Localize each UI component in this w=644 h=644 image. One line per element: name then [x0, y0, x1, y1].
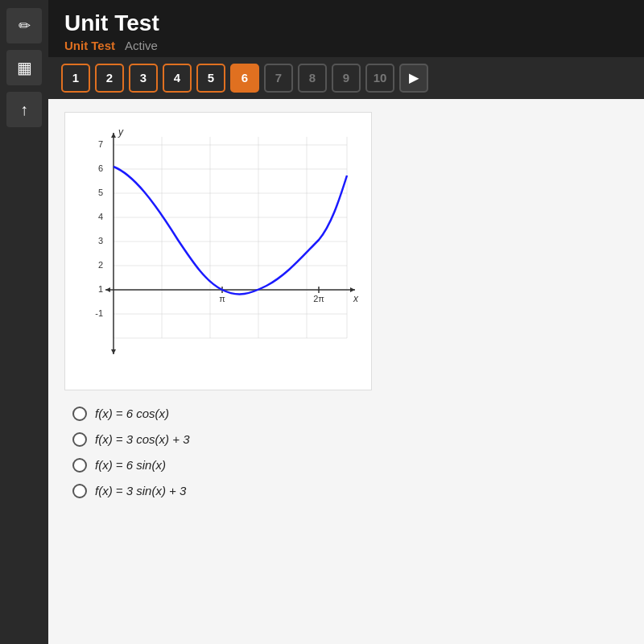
pencil-icon: ✏	[19, 17, 31, 35]
question-bar: 1 2 3 4 5 6 7 8 9 10 ▶	[48, 57, 644, 99]
curve-path	[114, 167, 347, 294]
question-btn-4[interactable]: 4	[163, 64, 192, 93]
svg-text:5: 5	[98, 188, 103, 197]
answer-item-2[interactable]: f(x) = 3 cos(x) + 3	[72, 432, 620, 447]
svg-text:6: 6	[98, 163, 103, 173]
arrow-up-button[interactable]: ↑	[6, 92, 42, 127]
answer-text-4: f(x) = 3 sin(x) + 3	[95, 484, 186, 497]
answer-text-1: f(x) = 6 cos(x)	[95, 407, 169, 420]
radio-1[interactable]	[72, 407, 87, 421]
radio-2[interactable]	[72, 432, 87, 447]
pencil-button[interactable]: ✏	[6, 8, 42, 43]
svg-text:4: 4	[98, 212, 103, 221]
next-question-button[interactable]: ▶	[399, 64, 428, 93]
radio-3[interactable]	[72, 458, 87, 473]
question-btn-5[interactable]: 5	[196, 64, 225, 93]
svg-text:2: 2	[98, 260, 103, 270]
subtitle-text: Unit Test	[64, 39, 115, 52]
graph-container: 7 6 5 4 3 2 1 -1 π 2π y x	[64, 112, 372, 390]
svg-text:x: x	[353, 293, 359, 304]
svg-text:-1: -1	[95, 308, 103, 318]
answer-text-2: f(x) = 3 cos(x) + 3	[95, 432, 190, 446]
svg-marker-19	[111, 133, 116, 138]
breadcrumb: Unit Test Active	[64, 39, 628, 52]
content-area: 7 6 5 4 3 2 1 -1 π 2π y x	[48, 99, 644, 644]
svg-text:π: π	[219, 294, 225, 303]
question-btn-3[interactable]: 3	[129, 64, 158, 93]
question-btn-2[interactable]: 2	[95, 64, 124, 93]
status-badge: Active	[125, 39, 158, 52]
svg-marker-20	[111, 349, 116, 354]
svg-text:2π: 2π	[313, 294, 324, 303]
svg-text:y: y	[118, 126, 124, 138]
sidebar: ✏ ▦ ↑	[0, 0, 48, 644]
calculator-button[interactable]: ▦	[6, 50, 42, 85]
calculator-icon: ▦	[17, 58, 32, 77]
function-graph: 7 6 5 4 3 2 1 -1 π 2π y x	[73, 121, 363, 378]
question-btn-8[interactable]: 8	[298, 64, 327, 93]
svg-text:1: 1	[98, 284, 103, 294]
answer-item-4[interactable]: f(x) = 3 sin(x) + 3	[72, 484, 620, 498]
question-btn-10[interactable]: 10	[365, 64, 394, 93]
svg-marker-17	[105, 287, 110, 292]
header: Unit Test Unit Test Active	[48, 0, 644, 57]
main-panel: Unit Test Unit Test Active 1 2 3 4 5 6 7…	[48, 0, 644, 644]
question-btn-1[interactable]: 1	[61, 64, 90, 93]
page-title: Unit Test	[64, 10, 628, 37]
answer-item-1[interactable]: f(x) = 6 cos(x)	[72, 407, 620, 421]
arrow-up-icon: ↑	[20, 101, 28, 119]
answer-choices: f(x) = 6 cos(x) f(x) = 3 cos(x) + 3 f(x)…	[64, 407, 628, 498]
answer-item-3[interactable]: f(x) = 6 sin(x)	[72, 458, 620, 473]
svg-text:3: 3	[98, 236, 103, 246]
answer-text-3: f(x) = 6 sin(x)	[95, 458, 166, 472]
question-btn-7[interactable]: 7	[264, 64, 293, 93]
question-btn-6[interactable]: 6	[230, 64, 259, 93]
svg-text:7: 7	[98, 139, 103, 149]
radio-4[interactable]	[72, 484, 87, 498]
svg-marker-16	[350, 287, 355, 292]
question-btn-9[interactable]: 9	[332, 64, 361, 93]
